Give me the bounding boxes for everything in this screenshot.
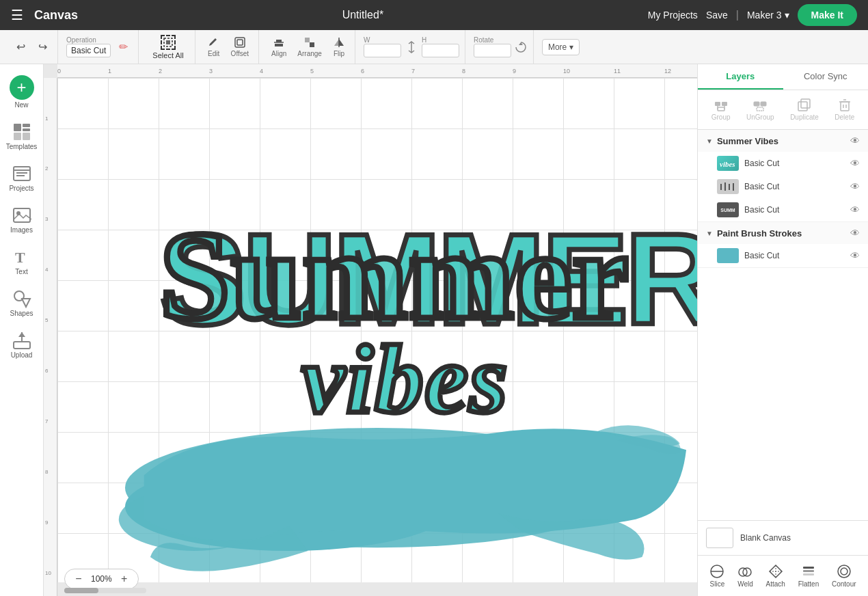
scrollbar-thumb	[64, 588, 98, 593]
zoom-in-button[interactable]: +	[118, 572, 131, 586]
rotate-input-group: Rotate	[474, 36, 511, 57]
svg-rect-27	[14, 342, 30, 349]
sidebar-item-upload[interactable]: Upload	[3, 325, 41, 364]
width-input-group: W	[364, 36, 401, 57]
eye-icon-group1[interactable]: 👁	[850, 135, 860, 146]
menu-icon[interactable]: ☰	[11, 7, 23, 23]
ruler-top: 0 1 2 3 4 5 6 7 8 9 10 11 12	[57, 64, 697, 78]
templates-label: Templates	[6, 143, 38, 150]
canvas-content[interactable]: SUMMER SUMMER Summer Summer vibes vibes	[57, 78, 697, 582]
svg-text:vibes: vibes	[301, 325, 508, 433]
select-all-label: Select All	[152, 51, 183, 59]
zoom-out-button[interactable]: −	[72, 572, 85, 586]
eye-icon-layer1[interactable]: 👁	[850, 158, 860, 169]
sidebar-item-templates[interactable]: Templates	[3, 117, 41, 156]
align-group: Align Arrange Flip	[262, 30, 355, 64]
main-content: + New Templates Projects Images T Text S…	[0, 64, 868, 596]
sidebar-left: + New Templates Projects Images T Text S…	[0, 64, 44, 596]
layer-thumb-vibes: vibes	[717, 156, 739, 171]
topbar: ☰ Canvas Untitled* My Projects Save | Ma…	[0, 0, 868, 30]
layer-group-header-paint-brush[interactable]: ▼ Paint Brush Strokes 👁	[698, 222, 868, 244]
svg-rect-3	[237, 40, 243, 45]
machine-name: Maker 3	[747, 10, 782, 21]
align-label: Align	[271, 50, 286, 57]
sidebar-item-text[interactable]: T Text	[3, 242, 41, 281]
height-input[interactable]	[422, 44, 459, 57]
duplicate-button[interactable]: Duplicate	[785, 96, 824, 124]
more-group: More ▾	[537, 30, 585, 64]
layer-item-brush[interactable]: Basic Cut 👁	[698, 244, 868, 267]
layer-item[interactable]: SUMM Basic Cut 👁	[698, 198, 868, 221]
ruler-left-3: 3	[45, 216, 48, 222]
undo-button[interactable]: ↩	[11, 38, 30, 57]
ruler-left: 1 2 3 4 5 6 7 8 9 10	[44, 78, 57, 596]
weld-button[interactable]: Weld	[733, 561, 757, 591]
sidebar-item-shapes[interactable]: Shapes	[3, 284, 41, 323]
canvas-area[interactable]: 0 1 2 3 4 5 6 7 8 9 10 11 12 1 2 3 4 5 6…	[44, 64, 697, 596]
new-button[interactable]: + New	[3, 70, 41, 114]
flip-button[interactable]: Flip	[329, 33, 349, 60]
slice-label: Slice	[710, 580, 725, 588]
eye-icon-brush[interactable]: 👁	[850, 250, 860, 261]
slice-button[interactable]: Slice	[705, 561, 729, 591]
svg-marker-26	[22, 299, 30, 307]
expand-arrow-icon-2: ▼	[706, 230, 713, 237]
svg-rect-40	[715, 102, 720, 106]
contour-button[interactable]: Contour	[828, 561, 860, 591]
operation-label: Operation	[66, 36, 111, 44]
pencil-icon[interactable]: ✏	[113, 38, 133, 57]
attach-button[interactable]: Attach	[762, 561, 789, 591]
redo-button[interactable]: ↪	[33, 38, 52, 57]
ruler-left-8: 8	[45, 469, 48, 475]
svg-rect-13	[14, 124, 21, 131]
tab-layers[interactable]: Layers	[698, 64, 783, 90]
ruler-mark-2: 2	[159, 68, 162, 74]
ruler-mark-12: 12	[664, 68, 671, 74]
ruler-mark-6: 6	[361, 68, 364, 74]
group-button[interactable]: Group	[706, 96, 736, 124]
rotate-input[interactable]	[474, 44, 511, 57]
eye-icon-layer3[interactable]: 👁	[850, 204, 860, 215]
upload-label: Upload	[11, 351, 33, 359]
offset-button[interactable]: Offset	[227, 33, 254, 60]
arrange-button[interactable]: Arrange	[293, 33, 326, 60]
my-projects-link[interactable]: My Projects	[648, 10, 698, 21]
svg-rect-16	[14, 133, 21, 140]
operation-select[interactable]: Operation Basic Cut	[66, 36, 111, 57]
layer-item[interactable]: vibes Basic Cut 👁	[698, 152, 868, 175]
layer-group-summer-vibes: ▼ Summer Vibes 👁 vibes Basic Cut 👁	[698, 130, 868, 222]
svg-rect-66	[803, 567, 814, 569]
flatten-button[interactable]: Flatten	[794, 561, 824, 591]
sidebar-item-images[interactable]: Images	[3, 200, 41, 239]
ruler-left-2: 2	[45, 165, 48, 172]
zoom-controls: − 100% +	[64, 569, 139, 589]
eye-icon-group2[interactable]: 👁	[850, 228, 860, 239]
ungroup-button[interactable]: UnGroup	[741, 96, 780, 124]
layers-list: ▼ Summer Vibes 👁 vibes Basic Cut 👁	[698, 130, 868, 520]
layer-name-2: Basic Cut	[744, 182, 845, 191]
layer-item[interactable]: Basic Cut 👁	[698, 175, 868, 198]
sidebar-item-projects[interactable]: Projects	[3, 159, 41, 198]
new-label: New	[14, 101, 28, 109]
edit-button[interactable]: Edit	[204, 33, 224, 60]
rotate-label: Rotate	[474, 36, 493, 44]
delete-button[interactable]: Delete	[829, 96, 860, 124]
tab-color-sync[interactable]: Color Sync	[783, 64, 869, 90]
width-input[interactable]	[364, 44, 401, 57]
ruler-mark-10: 10	[563, 68, 570, 74]
save-link[interactable]: Save	[706, 10, 728, 21]
more-button[interactable]: More ▾	[542, 39, 580, 55]
make-it-button[interactable]: Make It	[798, 4, 857, 26]
size-group: W H	[358, 30, 465, 64]
rotate-group: Rotate	[468, 30, 534, 64]
eye-icon-layer2[interactable]: 👁	[850, 181, 860, 192]
weld-label: Weld	[737, 580, 753, 588]
select-all-button[interactable]: Select All	[147, 32, 189, 62]
images-label: Images	[10, 226, 33, 234]
app-logo: Canvas	[34, 8, 78, 23]
align-button[interactable]: Align	[267, 33, 290, 60]
machine-selector[interactable]: Maker 3 ▾	[747, 10, 789, 21]
layer-group-header-summer-vibes[interactable]: ▼ Summer Vibes 👁	[698, 130, 868, 152]
more-label: More	[548, 42, 567, 52]
mini-scrollbar[interactable]	[64, 588, 146, 593]
